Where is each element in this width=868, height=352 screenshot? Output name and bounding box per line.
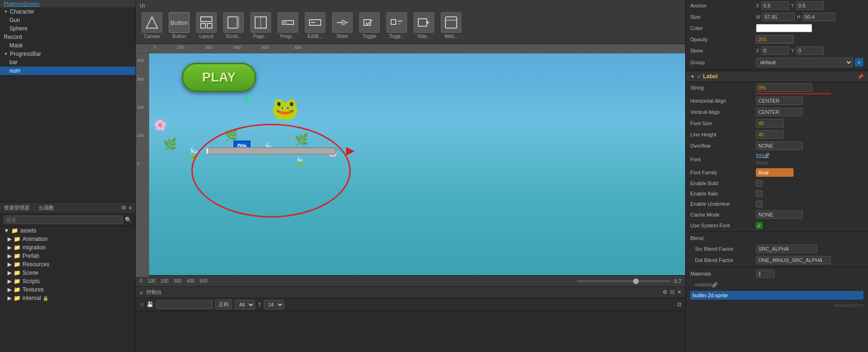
color-swatch[interactable] [756,24,812,32]
size-h-input[interactable] [802,13,835,21]
ui-icon-page[interactable]: Page... [249,10,273,41]
line-height-input[interactable] [756,130,784,139]
cache-mode-input[interactable] [756,210,803,219]
asset-item-textures[interactable]: ▶ 📁 Textures [0,285,136,294]
ui-icon-prog[interactable]: Progr... [276,10,300,41]
src-blend-input[interactable] [756,245,817,253]
skew-y-input[interactable] [796,46,824,55]
console-clear-icon[interactable]: ⊘ [140,301,144,307]
opacity-label: Opacity [690,37,756,42]
tree-item-num[interactable]: num [0,67,136,75]
ruler-horizontal: 0 100 200 300 400 500 [149,44,685,53]
group-label: Group [690,60,756,65]
enable-bold-checkbox[interactable] [756,180,762,187]
console-level-select[interactable]: All [235,300,255,309]
enable-italic-checkbox[interactable] [756,190,762,197]
svg-rect-15 [391,20,396,24]
blend-row: Blend [686,233,868,243]
tree-item-mask[interactable]: Mask [0,41,136,50]
label-section-header[interactable]: ▼ ✓ Label 📌 [686,71,868,82]
asset-tab-cloud[interactable]: 云函数 [38,204,54,211]
asset-item-internal[interactable]: ▶ 📁 internal 🔒 [0,294,136,302]
h-align-input[interactable] [756,97,803,105]
ui-icon-canvas[interactable]: Canvas [140,10,164,41]
font-size-input[interactable] [756,119,784,127]
tree-item-progressbar[interactable]: ▼ ProgressBar [0,50,136,58]
svg-rect-18 [418,19,427,26]
ui-icon-togglel[interactable]: Toggl... [385,10,409,41]
ui-icon-web[interactable]: Web... [439,10,463,41]
font-link[interactable]: font🔗 [756,153,770,158]
console-expand-icon[interactable]: ⊡ [670,289,674,295]
group-row: Group default + [686,56,868,68]
string-input[interactable] [756,83,812,92]
tree-item-record[interactable]: Record [0,33,136,41]
skew-label: Skew [690,48,756,53]
tree-item-bar[interactable]: bar [0,58,136,67]
svg-rect-20 [445,17,457,28]
console-maximize-icon[interactable]: ⊡ [677,301,681,307]
console-regex-btn[interactable]: 正则 [215,300,232,309]
asset-item-animation[interactable]: ▶ 📁 Animation [0,235,136,243]
enable-underline-checkbox[interactable] [756,201,762,207]
v-align-input[interactable] [756,108,803,116]
console-filter-input[interactable] [156,300,212,309]
ui-icon-toggle[interactable]: Toggle [357,10,382,41]
asset-item-migration[interactable]: ▶ 📁 migration [0,243,136,252]
scene-tree: PlatformScreen ▼ Character Gun Sphere Re… [0,0,136,202]
console-icon: ≡ [140,290,143,295]
svg-rect-2 [201,23,205,28]
asset-item-scene[interactable]: ▶ 📁 Scene [0,269,136,277]
viewport-bottom: 0 100 200 300 400 500 0.7 [136,275,685,286]
tree-item-sphere[interactable]: Sphere [0,24,136,33]
anchor-x-input[interactable] [761,1,789,10]
arrow-icon: ▼ [4,9,8,14]
zoom-slider-track[interactable] [577,280,671,282]
size-w-input[interactable] [762,13,795,21]
materials-count-input[interactable] [756,270,775,278]
progress-container: 0% [205,147,337,155]
tree-item-gun[interactable]: Gun [0,16,136,24]
anchor-label: Anchor [690,3,756,8]
material-input[interactable] [690,291,863,300]
group-select[interactable]: default [756,58,853,67]
font-family-input[interactable] [756,168,793,177]
cache-mode-label: Cache Mode [690,212,756,217]
h-align-label: Horizontal Align [690,98,756,104]
ui-icon-layout[interactable]: Layout [194,10,219,41]
tree-item-character[interactable]: ▼ Character [0,7,136,16]
viewport-content: 🌿 🍃 🌿 🍃 🌿 🌸 🌸 🍃 PLAY 🐸 ↑ [149,53,685,286]
asset-item-resources[interactable]: ▶ 📁 Resources [0,260,136,269]
zoom-slider-thumb[interactable] [633,278,639,284]
console-settings-icon[interactable]: ⚙ [663,289,667,295]
svg-rect-5 [237,17,239,28]
ui-icon-slider[interactable]: Slider [330,10,355,41]
dst-blend-input[interactable] [756,256,831,264]
use-system-font-checkbox[interactable]: ✓ [756,222,762,229]
svg-rect-3 [207,23,212,28]
asset-item-prefab[interactable]: ▶ 📁 Prefab [0,252,136,260]
console-save-icon[interactable]: 💾 [147,301,153,307]
group-add-btn[interactable]: + [855,58,863,67]
asset-menu-icon[interactable]: ≡ [129,205,132,211]
tree-item-platformscreen[interactable]: PlatformScreen [0,0,136,7]
ui-icon-editb[interactable]: EditB... [303,10,327,41]
asset-item-scripts[interactable]: ▶ 📁 Scripts [0,277,136,285]
asset-tab-manager[interactable]: 资源管理器 [4,204,30,211]
right-panel: Anchor X Y Size W H Color [685,0,868,352]
ui-label: UI [140,3,681,8]
anchor-y-input[interactable] [796,1,824,10]
ui-icon-scroll[interactable]: Scroll... [221,10,246,41]
asset-item-assets[interactable]: ▼ 📁 assets [0,226,136,235]
skew-x-input[interactable] [761,46,789,55]
play-button[interactable]: PLAY [182,63,256,92]
enable-bold-label: Enable Bold [690,180,756,186]
search-input[interactable] [4,216,123,224]
console-close-icon[interactable]: ✕ [677,289,681,295]
ui-icon-video[interactable]: Vide... [412,10,436,41]
ui-icon-button[interactable]: Button Button [167,10,191,41]
opacity-input[interactable] [756,35,793,44]
asset-settings-icon[interactable]: ⚙ [121,205,126,211]
console-fontsize-select[interactable]: 14 [264,300,284,309]
overflow-input[interactable] [756,142,803,150]
